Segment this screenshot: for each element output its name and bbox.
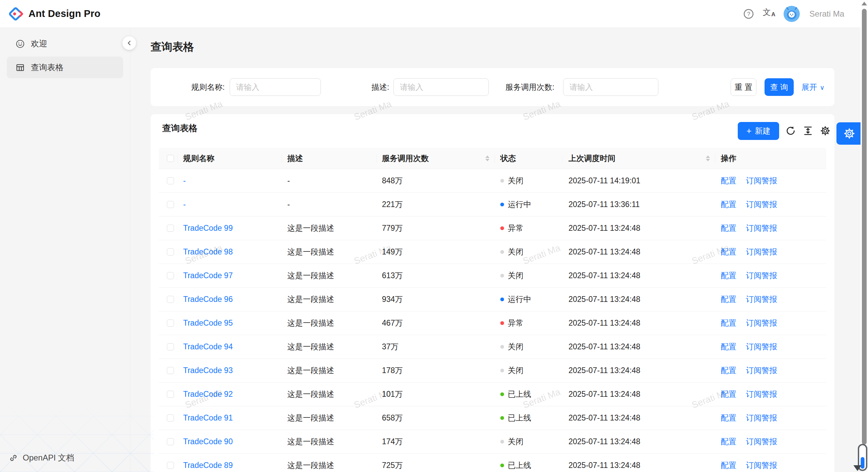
row-select-cell (159, 367, 178, 374)
configure-link[interactable]: 配置 (721, 413, 736, 423)
sidebar-collapse-button[interactable] (122, 36, 136, 50)
row-checkbox[interactable] (167, 414, 174, 422)
sidebar-item-welcome[interactable]: 欢迎 (7, 33, 123, 55)
status-dot (500, 321, 504, 325)
row-select-cell (159, 391, 178, 398)
service-calls-value: 725万 (382, 460, 403, 471)
row-checkbox[interactable] (167, 248, 174, 255)
rule-name-link[interactable]: TradeCode 95 (183, 319, 233, 328)
col-description: 描述 (282, 148, 377, 169)
row-checkbox[interactable] (167, 343, 174, 350)
openapi-doc-link[interactable]: OpenAPI 文档 (9, 449, 74, 467)
scrollbar-thumb[interactable] (862, 9, 867, 445)
service-calls-value: 779万 (382, 223, 403, 233)
reset-button[interactable]: 重 置 (731, 78, 756, 96)
table-row: TradeCode 99 这是一段描述 779万 异常 2025-07-11 1… (159, 217, 826, 240)
row-checkbox[interactable] (167, 225, 174, 232)
scrollbar-up-arrow-icon[interactable] (862, 2, 867, 5)
expand-toggle[interactable]: 展开 ∨ (802, 68, 825, 106)
last-schedule-time: 2025-07-11 13:24:48 (568, 437, 640, 446)
help-icon[interactable]: ? (743, 8, 754, 20)
row-checkbox[interactable] (167, 462, 174, 469)
configure-link[interactable]: 配置 (721, 318, 736, 328)
rule-name-link[interactable]: - (183, 176, 186, 185)
configure-link[interactable]: 配置 (721, 460, 736, 471)
rule-name-link[interactable]: TradeCode 97 (183, 271, 233, 280)
configure-link[interactable]: 配置 (721, 365, 736, 376)
rule-name-link[interactable]: TradeCode 96 (183, 295, 233, 304)
status-text: 关闭 (508, 270, 523, 281)
rule-name-link[interactable]: TradeCode 99 (183, 224, 233, 233)
chevron-down-icon: ∨ (820, 84, 825, 91)
subscribe-alert-link[interactable]: 订阅警报 (746, 342, 777, 352)
select-all-cell (159, 148, 178, 169)
subscribe-alert-link[interactable]: 订阅警报 (746, 389, 777, 399)
sidebar-item-query-table[interactable]: 查询表格 (7, 57, 123, 78)
subscribe-alert-link[interactable]: 订阅警报 (746, 436, 777, 447)
rule-name-link[interactable]: TradeCode 98 (183, 247, 233, 256)
configure-link[interactable]: 配置 (721, 294, 736, 305)
service-calls-value: 178万 (382, 365, 403, 376)
row-checkbox[interactable] (167, 391, 174, 398)
subscribe-alert-link[interactable]: 订阅警报 (746, 413, 777, 423)
vertical-scrollbar[interactable] (861, 0, 868, 472)
description-text: 这是一段描述 (287, 270, 334, 281)
rule-name-link[interactable]: TradeCode 91 (183, 413, 233, 423)
new-button-label: 新建 (755, 126, 771, 136)
last-schedule-time: 2025-07-11 13:24:48 (568, 461, 640, 470)
subscribe-alert-link[interactable]: 订阅警报 (746, 365, 777, 376)
row-checkbox[interactable] (167, 201, 174, 208)
query-button[interactable]: 查 询 (765, 78, 794, 96)
subscribe-alert-link[interactable]: 订阅警报 (746, 176, 777, 186)
row-checkbox[interactable] (167, 438, 174, 445)
configure-link[interactable]: 配置 (721, 199, 736, 210)
reload-icon[interactable] (786, 126, 796, 136)
description-text: - (287, 176, 290, 185)
new-button[interactable]: + 新建 (738, 122, 779, 140)
configure-link[interactable]: 配置 (721, 247, 736, 257)
table-settings-gear-icon[interactable] (820, 126, 830, 136)
rule-name-link[interactable]: TradeCode 93 (183, 366, 233, 375)
table-card-title: 查询表格 (162, 122, 197, 134)
status-text: 已上线 (508, 389, 531, 399)
rule-name-input[interactable] (230, 78, 321, 96)
rule-name-link[interactable]: TradeCode 89 (183, 461, 233, 470)
service-calls-input[interactable] (563, 78, 658, 96)
configure-link[interactable]: 配置 (721, 436, 736, 447)
row-checkbox[interactable] (167, 296, 174, 303)
configure-link[interactable]: 配置 (721, 342, 736, 352)
density-icon[interactable] (803, 126, 813, 136)
last-schedule-time: 2025-07-11 13:24:48 (568, 413, 640, 423)
subscribe-alert-link[interactable]: 订阅警报 (746, 270, 777, 281)
avatar[interactable] (784, 6, 800, 22)
sorter-last-schedule-time[interactable] (706, 156, 710, 161)
configure-link[interactable]: 配置 (721, 270, 736, 281)
service-calls-value: 848万 (382, 176, 403, 186)
subscribe-alert-link[interactable]: 订阅警报 (746, 294, 777, 305)
subscribe-alert-link[interactable]: 订阅警报 (746, 460, 777, 471)
sorter-service-calls[interactable] (485, 156, 489, 161)
rule-name-link[interactable]: TradeCode 90 (183, 437, 233, 446)
subscribe-alert-link[interactable]: 订阅警报 (746, 247, 777, 257)
translate-cjk: 文 (763, 8, 771, 16)
rule-name-link[interactable]: - (183, 200, 186, 209)
subscribe-alert-link[interactable]: 订阅警报 (746, 318, 777, 328)
rule-name-link[interactable]: TradeCode 92 (183, 390, 233, 399)
subscribe-alert-link[interactable]: 订阅警报 (746, 199, 777, 210)
row-checkbox[interactable] (167, 272, 174, 279)
description-input[interactable] (393, 78, 489, 96)
rule-name-link[interactable]: TradeCode 94 (183, 342, 233, 351)
translate-icon[interactable]: 文A (763, 8, 775, 20)
logo[interactable]: Ant Design Pro (8, 6, 100, 21)
theme-setting-button[interactable] (836, 122, 862, 145)
configure-link[interactable]: 配置 (721, 389, 736, 399)
status-text: 已上线 (508, 460, 531, 471)
caret-up-icon (485, 156, 489, 158)
row-checkbox[interactable] (167, 367, 174, 374)
row-checkbox[interactable] (167, 320, 174, 327)
subscribe-alert-link[interactable]: 订阅警报 (746, 223, 777, 233)
configure-link[interactable]: 配置 (721, 176, 736, 186)
select-all-checkbox[interactable] (167, 155, 174, 162)
row-checkbox[interactable] (167, 177, 174, 184)
configure-link[interactable]: 配置 (721, 223, 736, 233)
